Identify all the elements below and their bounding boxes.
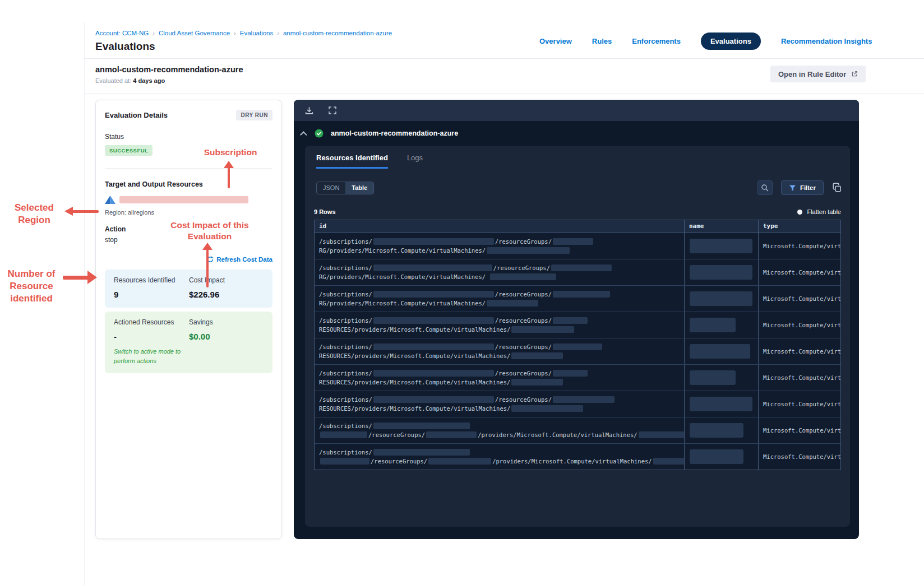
results-panel: anmol-custom-recommendation-azure Resour…	[294, 100, 859, 539]
resource-name-cell	[684, 233, 758, 259]
tab-resources-identified[interactable]: Resources Identified	[316, 154, 388, 169]
refresh-cost-data-label: Refresh Cost Data	[216, 256, 272, 263]
breadcrumb-item-account[interactable]: Account: CCM-NG	[95, 30, 149, 36]
resource-id-text: RESOURCES/providers/Microsoft.Compute/vi…	[319, 379, 510, 386]
results-toolbar	[294, 100, 859, 121]
view-toggle-table[interactable]: Table	[345, 182, 373, 194]
external-link-icon	[851, 71, 858, 77]
actioned-resources-value: -	[114, 332, 189, 341]
redacted-subscription-bar	[119, 196, 248, 203]
resource-id-text: /subscriptions/	[319, 343, 372, 350]
download-icon[interactable]	[304, 106, 314, 115]
search-icon	[761, 184, 769, 192]
resource-id-text: /providers/Microsoft.Compute/virtualMach…	[478, 431, 637, 438]
column-header-type[interactable]: type	[758, 220, 840, 233]
table-header-row: id name type	[315, 220, 840, 233]
target-resources-heading: Target and Output Resources	[105, 180, 272, 188]
nav-tab-enforcements[interactable]: Enforcements	[632, 37, 681, 45]
breadcrumb-item-governance[interactable]: Cloud Asset Governance	[159, 30, 230, 36]
tab-logs[interactable]: Logs	[407, 154, 423, 169]
resource-count-arrow-shaft	[63, 276, 89, 280]
subscription-arrow-shaft	[228, 168, 230, 188]
evaluated-at-label: Evaluated at:	[95, 77, 131, 84]
view-toggle-json[interactable]: JSON	[317, 182, 345, 194]
redacted-value	[511, 326, 574, 333]
resources-cost-box: Resources Identified 9 Cost Impact $226.…	[105, 270, 272, 308]
table-row[interactable]: /subscriptions//resourceGroups/RESOURCES…	[315, 312, 840, 338]
redacted-value	[553, 291, 610, 298]
nav-tab-rules[interactable]: Rules	[592, 37, 612, 45]
annotation-resource-count: Number of Resource identified	[2, 268, 61, 305]
active-mode-note: Switch to active mode to perform actions	[114, 347, 192, 365]
redacted-value	[373, 264, 492, 271]
annotation-selected-region: Selected Region	[6, 202, 63, 226]
redacted-value	[553, 396, 615, 403]
evaluation-details-heading: Evaluation Details	[105, 111, 168, 119]
redacted-value	[320, 431, 367, 438]
resource-id-line: RESOURCES/providers/Microsoft.Compute/vi…	[319, 325, 680, 334]
table-row[interactable]: /subscriptions//resourceGroups/RG/provid…	[315, 233, 840, 259]
resource-id-line: /resourceGroups//providers/Microsoft.Com…	[319, 430, 680, 439]
table-row[interactable]: /subscriptions//resourceGroups//provider…	[315, 443, 840, 470]
nav-tab-evaluations[interactable]: Evaluations	[701, 32, 761, 50]
resource-count-arrow	[87, 271, 97, 284]
resource-name-cell	[684, 259, 758, 285]
evaluation-details-card: Evaluation Details DRY RUN Status SUCCES…	[95, 100, 282, 539]
breadcrumb-item-rule[interactable]: anmol-custom-recommendation-azure	[283, 30, 392, 36]
redacted-value	[373, 396, 494, 403]
resource-id-text: /subscriptions/	[319, 449, 372, 456]
table-row[interactable]: /subscriptions//resourceGroups/RESOURCES…	[315, 364, 840, 391]
resource-id-text: /subscriptions/	[319, 317, 372, 324]
evaluated-at-value: 4 days ago	[133, 77, 165, 84]
resource-id-line: RESOURCES/providers/Microsoft.Compute/vi…	[319, 404, 680, 413]
redacted-value	[320, 458, 369, 465]
table-row[interactable]: /subscriptions//resourceGroups//provider…	[315, 417, 840, 443]
resource-id-text: /resourceGroups/	[495, 343, 552, 350]
top-nav: Overview Rules Enforcements Evaluations …	[539, 32, 872, 50]
table-row[interactable]: /subscriptions//resourceGroups/RG/provid…	[315, 285, 840, 312]
search-button[interactable]	[757, 180, 773, 195]
breadcrumb: Account: CCM-NG › Cloud Asset Governance…	[95, 30, 392, 36]
region-value: Region: allregions	[105, 209, 272, 216]
column-header-name[interactable]: name	[684, 220, 758, 233]
resource-id-line: RG/providers/Microsoft.Compute/virtualMa…	[319, 299, 680, 308]
status-badge: SUCCESSFUL	[105, 145, 153, 156]
column-header-id[interactable]: id	[315, 220, 684, 233]
redacted-value	[373, 238, 494, 245]
resource-id-text: /resourceGroups/	[495, 370, 552, 377]
redacted-value	[553, 343, 602, 350]
resource-id-cell: /subscriptions//resourceGroups/RG/provid…	[315, 233, 684, 259]
resource-type-cell: Microsoft.Compute/virtu	[758, 444, 840, 470]
actioned-resources-label: Actioned Resources	[114, 318, 189, 326]
open-rule-editor-button[interactable]: Open in Rule Editor	[770, 66, 866, 82]
resource-id-line: /resourceGroups//providers/Microsoft.Com…	[319, 457, 680, 466]
breadcrumb-item-evaluations[interactable]: Evaluations	[240, 30, 273, 36]
resource-type-cell: Microsoft.Compute/virtu	[758, 417, 840, 443]
resource-id-text: RESOURCES/providers/Microsoft.Compute/vi…	[319, 405, 510, 412]
fullscreen-icon[interactable]	[328, 106, 337, 115]
table-row[interactable]: /subscriptions//resourceGroups/RESOURCES…	[315, 338, 840, 364]
flatten-table-toggle[interactable]: Flatten table	[797, 208, 841, 215]
evaluation-name-title: anmol-custom-recommendation-azure	[95, 65, 243, 74]
resource-id-cell: /subscriptions//resourceGroups/RG/provid…	[315, 286, 684, 312]
resource-id-text: /subscriptions/	[319, 370, 372, 377]
filter-button[interactable]: Filter	[781, 180, 824, 195]
annotation-subscription: Subscription	[196, 147, 265, 158]
resource-id-text: /resourceGroups/	[371, 458, 427, 465]
refresh-cost-data-link[interactable]: Refresh Cost Data	[207, 256, 272, 263]
subheader-divider	[84, 93, 924, 94]
collapse-chevron-icon[interactable]	[300, 131, 307, 138]
status-label: Status	[105, 133, 272, 141]
resource-id-line: /subscriptions//resourceGroups/	[319, 290, 680, 299]
table-row[interactable]: /subscriptions//resourceGroups/RESOURCES…	[315, 391, 840, 417]
copy-icon[interactable]	[832, 183, 842, 193]
redacted-value	[653, 458, 684, 465]
resource-id-text: /subscriptions/	[319, 238, 372, 245]
nav-tab-overview[interactable]: Overview	[539, 37, 572, 45]
flatten-table-label: Flatten table	[807, 208, 841, 215]
table-row[interactable]: /subscriptions//resourceGroups/RG/provid…	[315, 259, 840, 285]
resource-id-cell: /subscriptions//resourceGroups/RESOURCES…	[315, 338, 684, 364]
nav-tab-recommendation-insights[interactable]: Recommendation Insights	[781, 37, 872, 45]
resource-name-cell	[684, 365, 758, 391]
resource-name-cell	[684, 417, 758, 443]
